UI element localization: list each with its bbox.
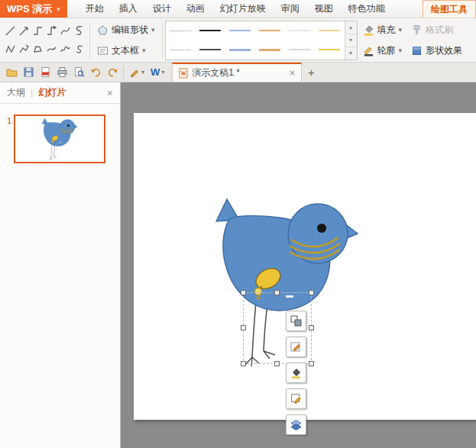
document-tab[interactable]: 演示文稿1 * × bbox=[172, 63, 302, 82]
fill-color-button[interactable] bbox=[286, 363, 306, 383]
arrange-icon bbox=[290, 314, 303, 327]
line-style-swatch[interactable] bbox=[315, 21, 345, 40]
pen-caret-icon: ▾ bbox=[141, 69, 144, 76]
scribble-tool[interactable] bbox=[58, 40, 72, 59]
gallery-scroll-down-button[interactable]: ▾ bbox=[345, 34, 357, 47]
slide-panel-header: 大纲 | 幻灯片 × bbox=[0, 82, 120, 104]
tab-outline[interactable]: 大纲 bbox=[7, 86, 25, 99]
selection-handle[interactable] bbox=[309, 290, 314, 295]
edit-points-button[interactable] bbox=[286, 337, 306, 357]
print-button[interactable] bbox=[53, 63, 70, 82]
curve-connector-tool[interactable] bbox=[58, 22, 72, 40]
freeform-shape-tool[interactable] bbox=[31, 40, 44, 59]
edit-shape-button[interactable]: 编辑形状 ▾ bbox=[92, 21, 160, 40]
floating-shape-toolbar bbox=[286, 311, 306, 435]
line-style-swatch[interactable] bbox=[225, 40, 255, 60]
selection-handle[interactable] bbox=[241, 361, 246, 366]
layers-button[interactable] bbox=[286, 414, 306, 435]
wps-home-button[interactable]: W ▾ bbox=[147, 63, 167, 82]
double-curve-tool[interactable] bbox=[72, 40, 86, 59]
new-tab-button[interactable]: + bbox=[302, 63, 320, 82]
menu-tab-home[interactable]: 开始 bbox=[78, 0, 112, 18]
redo-icon bbox=[107, 66, 118, 78]
outline-caret-icon: ▾ bbox=[399, 47, 403, 54]
app-logo-label: WPS 演示 bbox=[7, 2, 52, 16]
slide-thumbnail[interactable] bbox=[14, 114, 105, 163]
fill-bucket-icon bbox=[362, 24, 374, 36]
textbox-caret-icon: ▾ bbox=[142, 47, 146, 54]
selection-handle[interactable] bbox=[274, 290, 280, 295]
outline-color-button[interactable] bbox=[286, 388, 306, 409]
line-style-swatch[interactable] bbox=[315, 40, 345, 60]
arrange-button[interactable] bbox=[286, 311, 306, 331]
line-style-swatch[interactable] bbox=[196, 40, 225, 60]
curve-tool[interactable] bbox=[44, 40, 58, 59]
titlebar: WPS 演示 ▾ 开始 插入 设计 动画 幻灯片放映 审阅 视图 特色功能 绘图… bbox=[0, 0, 476, 18]
undo-icon bbox=[90, 66, 102, 78]
ink-pen-button[interactable]: ▾ bbox=[126, 63, 147, 82]
tab-slides[interactable]: 幻灯片 bbox=[38, 86, 66, 99]
zigzag-tool[interactable] bbox=[3, 40, 17, 59]
save-button[interactable] bbox=[20, 63, 37, 82]
selection-handle[interactable] bbox=[274, 361, 280, 366]
app-logo[interactable]: WPS 演示 ▾ bbox=[0, 0, 67, 18]
open-file-button[interactable] bbox=[3, 63, 20, 82]
zigzag-arrow-tool[interactable] bbox=[17, 40, 31, 59]
slide-number: 1 bbox=[0, 114, 14, 163]
fill-button[interactable]: 填充 ▾ bbox=[358, 21, 407, 40]
menu-tab-view[interactable]: 视图 bbox=[307, 0, 341, 18]
line-style-swatch[interactable] bbox=[225, 21, 255, 40]
panel-close-icon[interactable]: × bbox=[107, 87, 113, 99]
elbow-connector-tool[interactable] bbox=[31, 22, 44, 40]
slide-thumbnail-bird bbox=[38, 117, 81, 161]
redo-button[interactable] bbox=[104, 63, 121, 82]
textbox-button[interactable]: 文本框 ▾ bbox=[92, 41, 160, 60]
menu-tab-special-features[interactable]: 特色功能 bbox=[341, 0, 393, 18]
gallery-scroll-up-button[interactable]: ▴ bbox=[345, 21, 357, 34]
line-style-swatch[interactable] bbox=[285, 40, 315, 60]
edit-shape-label: 编辑形状 bbox=[112, 24, 148, 37]
menu-tab-review[interactable]: 审阅 bbox=[274, 0, 307, 18]
line-style-swatch[interactable] bbox=[255, 40, 285, 60]
arrow-tool[interactable] bbox=[17, 22, 31, 40]
menu-tab-drawing-tools[interactable]: 绘图工具 bbox=[423, 0, 476, 18]
selection-handle[interactable] bbox=[241, 325, 246, 330]
selection-handle[interactable] bbox=[309, 325, 314, 330]
menu-bar: 开始 插入 设计 动画 幻灯片放映 审阅 视图 特色功能 绘图工具 bbox=[67, 0, 476, 18]
shape-effects-icon bbox=[411, 45, 423, 56]
ribbon-divider bbox=[89, 23, 90, 58]
document-tab-close-icon[interactable]: × bbox=[290, 68, 296, 78]
line-style-swatch[interactable] bbox=[285, 21, 315, 40]
menu-tab-animation[interactable]: 动画 bbox=[179, 0, 212, 18]
editing-canvas bbox=[121, 82, 476, 448]
open-folder-icon bbox=[6, 66, 18, 78]
gallery-more-button[interactable]: ▾ bbox=[345, 47, 357, 60]
line-tool[interactable] bbox=[3, 22, 17, 40]
slide-thumbnail-row: 1 bbox=[0, 114, 120, 163]
line-style-gallery bbox=[166, 21, 345, 60]
shape-effects-button[interactable]: 形状效果 bbox=[406, 41, 467, 60]
outline-button[interactable]: 轮廓 ▾ bbox=[358, 41, 407, 60]
wps-window: WPS 演示 ▾ 开始 插入 设计 动画 幻灯片放映 审阅 视图 特色功能 绘图… bbox=[0, 0, 476, 448]
s-curve-tool[interactable] bbox=[72, 22, 86, 40]
export-pdf-button[interactable] bbox=[37, 63, 53, 82]
menu-tab-design[interactable]: 设计 bbox=[145, 0, 179, 18]
selection-handle[interactable] bbox=[241, 290, 246, 295]
main-area: 大纲 | 幻灯片 × 1 bbox=[0, 82, 476, 448]
menu-tab-insert[interactable]: 插入 bbox=[112, 0, 145, 18]
print-preview-button[interactable] bbox=[70, 63, 87, 82]
line-style-swatch[interactable] bbox=[166, 40, 196, 60]
line-style-swatch[interactable] bbox=[255, 21, 285, 40]
elbow-arrow-connector-tool[interactable] bbox=[44, 22, 58, 40]
edit-points-icon bbox=[290, 340, 303, 353]
line-style-swatch[interactable] bbox=[166, 21, 196, 40]
line-style-swatch[interactable] bbox=[196, 21, 225, 40]
format-painter-button[interactable]: 格式刷 bbox=[406, 21, 467, 40]
undo-button[interactable] bbox=[87, 63, 104, 82]
textbox-icon bbox=[97, 45, 108, 56]
selection-handle[interactable] bbox=[309, 361, 314, 366]
app-menu-caret-icon[interactable]: ▾ bbox=[57, 5, 60, 13]
menu-tab-slideshow[interactable]: 幻灯片放映 bbox=[212, 0, 274, 18]
textbox-label: 文本框 bbox=[112, 44, 139, 57]
layers-icon bbox=[290, 418, 303, 431]
